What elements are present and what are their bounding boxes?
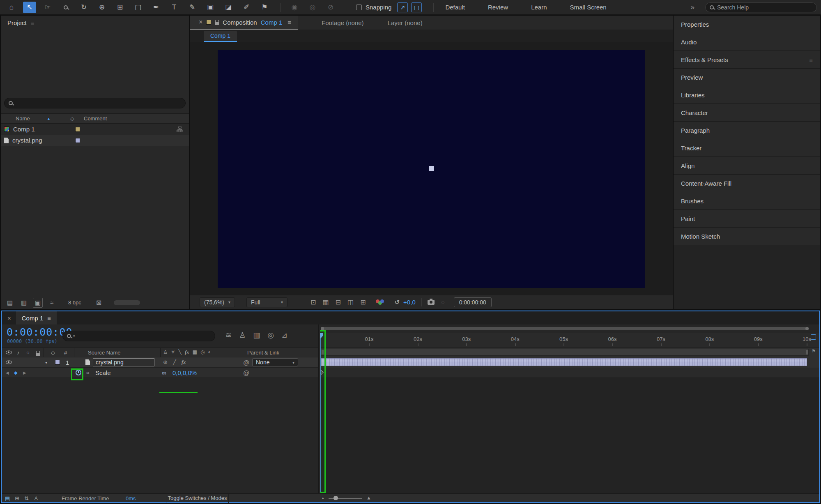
scale-property-row[interactable]: ◀ ◆ ▶ ≈ Scale ∞ 0,0,0,0% @ [2,368,318,378]
interpret-footage-icon[interactable]: ▤ [5,298,15,308]
lock-column-icon[interactable] [36,353,40,356]
expand-transfer-controls-icon[interactable]: ⊞ [15,495,19,501]
prev-keyframe-icon[interactable]: ◀ [6,371,9,375]
hide-shy-layers-icon[interactable]: ▥ [253,331,260,340]
adjustment-switch-icon[interactable]: ◐ [208,349,211,356]
preview-time-display[interactable]: 0:00:00:00 [454,297,492,307]
collapse-switch-icon[interactable]: ☀ [171,349,175,356]
expand-arrow-icon[interactable]: ▾ [45,360,47,365]
hand-tool[interactable]: ☞ [41,2,54,13]
rotation-tool[interactable]: ↻ [77,2,90,13]
timeline-track-area[interactable]: 01s02s03s04s05s06s07s08s09s10s ⚑ [320,324,819,493]
magnification-dropdown[interactable]: (75,6%) ▾ [200,297,235,307]
project-search-box[interactable] [4,98,186,108]
composition-viewport[interactable] [190,42,673,295]
panel-tab-paint[interactable]: Paint [674,210,820,228]
snapshot-camera-icon[interactable] [428,300,435,305]
expand-layer-switches-icon[interactable]: ▤ [5,495,10,501]
selection-tool[interactable]: ↖ [23,2,36,13]
view-layout-icon[interactable]: ⊞ [360,298,366,306]
composition-frame[interactable] [218,50,645,288]
comp-usage-icon[interactable] [177,127,183,132]
delete-icon[interactable]: ⊠ [96,299,101,306]
zoom-out-icon[interactable]: ▴ [322,496,324,500]
panel-menu-icon[interactable]: ≡ [31,19,34,26]
panel-tab-paragraph[interactable]: Paragraph [674,122,820,139]
zoom-tool[interactable] [59,2,72,13]
dimension-link-icon[interactable]: ∞ [162,369,166,376]
resolution-dropdown[interactable]: Full ▾ [246,297,287,307]
shy-switch-icon[interactable]: ♙ [163,349,168,356]
scale-value[interactable]: 0,0,0,0% [172,369,197,376]
quality-switch-icon[interactable]: ╲ [179,349,182,356]
close-icon[interactable]: × [7,315,11,322]
region-of-interest-icon[interactable]: ⊡ [310,298,316,306]
panel-tab-brushes[interactable]: Brushes [674,192,820,210]
layer-duration-bar[interactable] [321,358,807,366]
tab-footage[interactable]: Footage (none) [322,19,364,26]
stopwatch-icon[interactable] [76,370,81,375]
help-search-input[interactable] [717,4,799,11]
panel-tab-effects-presets[interactable]: Effects & Presets≡ [674,51,820,69]
layer-fx-icon[interactable]: fx [182,359,186,366]
transparency-grid-icon[interactable]: ▦ [322,298,329,306]
parent-pickwhip-icon[interactable]: @ [243,359,249,366]
pan-behind-tool[interactable]: ⊞ [113,2,126,13]
keyframe-here-icon[interactable]: ◆ [14,370,17,375]
brush-tool[interactable]: ✎ [186,2,199,13]
column-comment[interactable]: Comment [84,115,107,122]
channel-color-icon[interactable] [376,299,384,305]
source-name-column-header[interactable]: Source Name [88,350,120,356]
layer-label-chip[interactable] [55,360,60,365]
work-area-bar[interactable] [321,349,809,356]
label-color-chip[interactable] [75,138,80,143]
panel-tab-tracker[interactable]: Tracker [674,139,820,157]
workspace-default[interactable]: Default [445,4,465,11]
panel-tab-libraries[interactable]: Libraries [674,86,820,104]
unified-camera-tool[interactable]: ⊕ [95,2,108,13]
fx-switch-icon[interactable]: fx [185,349,189,356]
playhead-line[interactable] [320,334,321,493]
track-empty-area[interactable] [320,378,819,493]
eraser-tool[interactable]: ◪ [222,2,235,13]
panel-tab-align[interactable]: Align [674,157,820,175]
workspace-small-screen[interactable]: Small Screen [570,4,607,11]
show-snapshot-icon[interactable]: ◌ [441,299,445,306]
parent-link-column-header[interactable]: Parent & Link [247,350,279,356]
project-item-comp[interactable]: Comp 1 [1,124,189,135]
footer-pill-control[interactable] [114,300,140,305]
property-label[interactable]: Scale [95,369,111,376]
layer-row[interactable]: ▾ 1 crystal.png ⊕╱fx @ None ▾ [2,357,318,368]
label-column-icon[interactable]: ◇ [61,115,84,122]
tab-layer[interactable]: Layer (none) [388,19,423,26]
timeline-tab-comp1[interactable]: Comp 1 ≡ [16,311,57,324]
clone-stamp-tool[interactable]: ▣ [204,2,217,13]
comp-flag-icon[interactable]: ⚑ [812,348,816,354]
panel-menu-icon[interactable]: ≡ [287,19,291,26]
workspace-review[interactable]: Review [488,4,508,11]
sort-ascending-icon[interactable]: ▲ [47,117,61,121]
panel-tab-character[interactable]: Character [674,104,820,122]
exposure-value[interactable]: +0,0 [403,299,416,306]
time-ruler[interactable]: 01s02s03s04s05s06s07s08s09s10s [320,333,819,348]
type-tool[interactable]: T [168,2,181,13]
audio-column-icon[interactable]: ♪ [17,350,20,356]
viewer-tab-comp1[interactable]: Comp 1 [204,31,237,42]
comp-marker-button[interactable] [811,334,816,340]
video-column-eye-icon[interactable] [6,351,12,354]
property-pickwhip-icon[interactable]: @ [243,369,249,376]
motion-blur-switch-icon[interactable]: ◎ [200,349,205,356]
frame-blend-switch-icon[interactable]: ▦ [193,349,197,356]
project-settings-icon[interactable]: ≈ [47,298,57,308]
zoom-slider-thumb[interactable] [333,496,338,500]
help-search-box[interactable] [705,2,817,12]
roto-brush-tool[interactable]: ✐ [240,2,253,13]
new-folder-icon[interactable]: ▥ [19,298,29,308]
graph-editor-icon[interactable]: ≈ [86,370,89,376]
snapping-checkbox[interactable] [356,5,362,10]
puppet-pin-tool[interactable]: ⚑ [258,2,271,13]
color-depth-indicator[interactable]: 8 bpc [68,299,81,306]
layer-visibility-eye-icon[interactable] [6,361,12,364]
layer-collapse-icon[interactable]: ⊕ [163,359,168,366]
new-composition-icon[interactable]: ▣ [33,298,43,308]
